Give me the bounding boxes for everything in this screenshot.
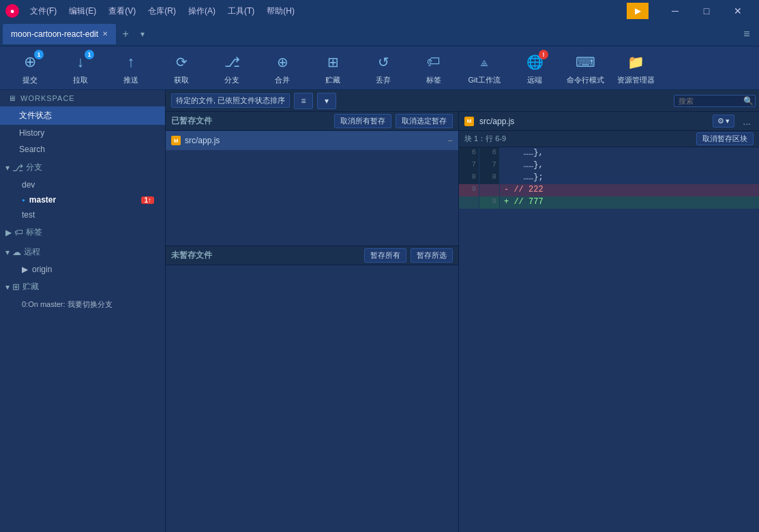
menu-file[interactable]: 文件(F) — [25, 4, 62, 18]
unstaged-empty-space — [166, 265, 458, 532]
branch-icon-area: ⎇ — [221, 51, 243, 73]
workspace-header: 🖥 WORKSPACE — [0, 90, 165, 106]
menu-help[interactable]: 帮助(H) — [261, 4, 300, 18]
diff-more-button[interactable]: ... — [740, 115, 754, 128]
toolbar-branch-button[interactable]: ⎇ 分支 — [207, 48, 256, 88]
close-button[interactable]: ✕ — [722, 0, 754, 22]
fetch-label: 获取 — [174, 75, 189, 85]
branches-label: 分支 — [26, 162, 42, 173]
pull-icon: ↓ — [77, 53, 85, 71]
toolbar-remote-button[interactable]: 🌐 ! 远端 — [510, 48, 559, 88]
maximize-button[interactable]: □ — [691, 0, 722, 22]
diff-new-num-3: 8 — [479, 172, 500, 184]
sort-icon-button[interactable]: ≡ — [294, 93, 313, 109]
explorer-label: 资源管理器 — [617, 75, 655, 85]
stash-item-0[interactable]: 0:On master: 我要切换分支 — [0, 297, 165, 312]
stash-group-header[interactable]: ▾ ⊞ 贮藏 — [0, 277, 165, 297]
menu-tools[interactable]: 工具(T) — [222, 4, 260, 18]
branch-item-master[interactable]: ● master 1↑ — [0, 192, 165, 207]
new-tab-button[interactable]: + — [116, 25, 135, 44]
sort-order-dropdown[interactable]: 待定的文件, 已依照文件状态排序 — [171, 93, 290, 108]
toolbar-commit-button[interactable]: ⊕ 1 提交 — [5, 48, 55, 88]
unstage-hunk-button[interactable]: 取消暂存区块 — [696, 132, 754, 145]
tags-group-header[interactable]: ▶ 🏷 标签 — [0, 222, 165, 242]
diff-line-nums-3: 8 8 — [459, 172, 500, 184]
remotes-label: 远程 — [24, 246, 40, 258]
tag-icon-area: 🏷 — [423, 51, 445, 73]
toolbar-discard-button[interactable]: ↺ 丢弃 — [359, 48, 408, 88]
menu-repo[interactable]: 仓库(R) — [143, 4, 181, 18]
stage-all-button[interactable]: 暂存所有 — [364, 248, 406, 263]
promo-button[interactable]: ▶ — [627, 3, 649, 19]
unstage-selected-button[interactable]: 取消选定暂存 — [396, 114, 453, 128]
toolbar-fetch-button[interactable]: ⟳ 获取 — [157, 48, 206, 88]
split-panes: 已暂存文件 取消所有暂存 取消选定暂存 M src/app.js − 未暂存文件 — [166, 112, 759, 532]
active-tab[interactable]: moon-cartoon-react-edit ✕ — [3, 24, 116, 44]
sidebar-item-file-status[interactable]: 文件状态 — [0, 106, 165, 125]
toolbar-explorer-button[interactable]: 📁 资源管理器 — [611, 48, 660, 88]
branch-master-active-dot: ● — [22, 197, 25, 203]
unstage-all-button[interactable]: 取消所有暂存 — [334, 114, 391, 128]
files-toolbar: 待定的文件, 已依照文件状态排序 ≡ ▾ 🔍 — [166, 90, 759, 112]
sidebar-item-search[interactable]: Search — [0, 141, 165, 158]
hamburger-menu-button[interactable]: ≡ — [737, 25, 756, 44]
branches-collapse-icon: ▾ — [5, 163, 10, 173]
branch-test-label: test — [22, 210, 35, 220]
staged-file-status-icon: M — [171, 136, 181, 145]
branch-label: 分支 — [224, 75, 239, 85]
toolbar-push-button[interactable]: ↑ 推送 — [106, 48, 155, 88]
remote-origin-item[interactable]: ▶ origin — [0, 262, 165, 277]
branch-icon: ⎇ — [224, 54, 240, 70]
diff-line-nums-2: 7 7 — [459, 160, 500, 172]
merge-icon: ⊕ — [277, 54, 288, 70]
toolbar-pull-button[interactable]: ↓ 1 拉取 — [56, 48, 105, 88]
menu-view[interactable]: 查看(V) — [103, 4, 141, 18]
diff-new-num-2: 7 — [479, 160, 500, 172]
diff-content: 6 6 ……}, 7 7 ……}, — [459, 147, 759, 532]
diff-settings-button[interactable]: ⚙ ▾ — [713, 115, 734, 128]
menu-bar: 文件(F) 编辑(E) 查看(V) 仓库(R) 操作(A) 工具(T) 帮助(H… — [25, 4, 621, 18]
toolbar-stash-button[interactable]: ⊞ 贮藏 — [308, 48, 357, 88]
toolbar-tag-button[interactable]: 🏷 标签 — [409, 48, 458, 88]
staged-file-minus-icon[interactable]: − — [447, 135, 453, 146]
minimize-button[interactable]: ─ — [659, 0, 691, 22]
stash-icon: ⊞ — [327, 54, 339, 70]
sidebar-item-history[interactable]: History — [0, 125, 165, 141]
settings-dropdown-icon: ▾ — [726, 117, 730, 125]
branch-item-dev[interactable]: dev — [0, 177, 165, 192]
remote-icon-area: 🌐 ! — [524, 51, 546, 73]
window-controls: ─ □ ✕ — [659, 0, 754, 22]
stage-selected-button[interactable]: 暂存所选 — [411, 248, 453, 263]
pull-label: 拉取 — [73, 75, 88, 85]
diff-line-content-4: - // 222 — [500, 184, 759, 196]
branches-group-header[interactable]: ▾ ⎇ 分支 — [0, 158, 165, 177]
branches-icon: ⎇ — [12, 162, 23, 173]
pull-badge: 1 — [85, 50, 94, 59]
staged-file-name: src/app.js — [185, 136, 443, 145]
workspace-icon: 🖥 — [8, 94, 16, 102]
tab-close-icon[interactable]: ✕ — [102, 30, 108, 38]
tab-dropdown-button[interactable]: ▾ — [135, 25, 150, 44]
staged-file-item[interactable]: M src/app.js − — [166, 131, 458, 150]
toolbar-terminal-button[interactable]: ⌨ 命令行模式 — [561, 48, 610, 88]
diff-file-name: src/app.js — [479, 117, 707, 126]
main-layout: 🖥 WORKSPACE 文件状态 History Search ▾ ⎇ 分支 d… — [0, 90, 759, 532]
toolbar-gitflow-button[interactable]: ⟁ Git工作流 — [460, 48, 509, 88]
menu-action[interactable]: 操作(A) — [183, 4, 221, 18]
discard-icon: ↺ — [378, 54, 389, 70]
branch-item-test[interactable]: test — [0, 207, 165, 222]
toolbar-merge-button[interactable]: ⊕ 合并 — [258, 48, 307, 88]
staged-title: 已暂存文件 — [171, 115, 330, 127]
gitflow-label: Git工作流 — [468, 75, 500, 85]
settings-gear-icon: ⚙ — [717, 117, 724, 125]
diff-line-5: 9 + // 777 — [459, 196, 759, 209]
app-icon: ● — [5, 4, 19, 18]
remotes-group-header[interactable]: ▾ ☁ 远程 — [0, 242, 165, 262]
staged-header: 已暂存文件 取消所有暂存 取消选定暂存 — [166, 112, 458, 131]
diff-hunk-header: 块 1：行 6-9 取消暂存区块 — [459, 131, 759, 147]
tags-label: 标签 — [26, 226, 42, 238]
sort-dropdown-button[interactable]: ▾ — [317, 93, 336, 109]
push-icon: ↑ — [128, 53, 135, 71]
stash-label: 贮藏 — [325, 75, 340, 85]
menu-edit[interactable]: 编辑(E) — [63, 4, 102, 18]
